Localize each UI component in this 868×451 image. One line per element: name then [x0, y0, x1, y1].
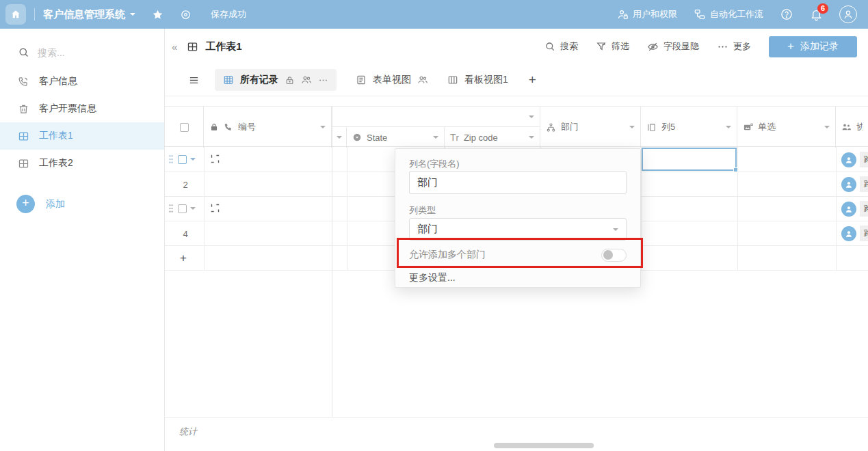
column-menu-caret[interactable] [529, 136, 534, 141]
funnel-icon [596, 41, 607, 52]
star-icon [152, 9, 163, 20]
filter-button[interactable]: 筛选 [596, 40, 629, 53]
drag-handle-icon[interactable] [168, 204, 174, 213]
add-record-button[interactable]: + 添加记录 [769, 36, 857, 57]
column-menu-caret[interactable] [629, 126, 635, 131]
sidebar-item-invoice-info[interactable]: 客户开票信息 [0, 95, 164, 122]
sheet-title: 工作表1 [205, 40, 241, 53]
automation-workflow-button[interactable]: 自动化工作流 [694, 8, 763, 20]
column-menu-caret[interactable] [433, 136, 438, 141]
view-list-icon[interactable] [188, 74, 200, 86]
multi-department-toggle[interactable] [601, 249, 627, 262]
kanban-view-icon [447, 74, 458, 85]
field-name-input[interactable] [409, 171, 627, 194]
users-permissions-button[interactable]: 用户和权限 [617, 8, 677, 20]
add-row-button[interactable]: + [180, 251, 187, 265]
column-header-single-select[interactable]: 单选 [737, 107, 836, 148]
sidebar-item-worksheet1[interactable]: 工作表1 [0, 122, 164, 150]
search-input[interactable] [38, 47, 140, 58]
search-records-button[interactable]: 搜索 [544, 40, 578, 53]
view-tab-label: 所有记录 [240, 74, 278, 86]
sidebar-add-button[interactable]: + 添加 [0, 195, 164, 213]
sheet-icon [18, 131, 29, 142]
people-icon [841, 122, 852, 133]
org-icon [546, 122, 556, 133]
row-checkbox[interactable] [178, 155, 187, 164]
row-handle-3 [168, 196, 196, 221]
collaborator-avatar [841, 152, 856, 167]
sidebar-search[interactable] [18, 46, 164, 58]
trash-icon [18, 103, 29, 115]
avatar-person-icon [844, 155, 854, 165]
collaborator-cell[interactable]: 路小 [841, 176, 868, 192]
form-view-icon [356, 74, 367, 85]
field-visibility-button[interactable]: 字段显隐 [647, 40, 699, 53]
sheet-icon [18, 158, 29, 169]
field-type-select[interactable]: 部门 [409, 218, 627, 241]
app-title: 客户信息管理系统 [43, 8, 125, 21]
view-tab-form[interactable]: 表单视图 [356, 74, 428, 86]
column-header-department[interactable]: 部门 [540, 107, 641, 148]
column-menu-caret[interactable] [726, 126, 731, 131]
collaborator-cell[interactable]: 路小 [841, 201, 868, 217]
collaborator-name: 路小 [860, 152, 868, 167]
column-menu-caret[interactable] [824, 126, 830, 131]
double-circle-icon [180, 9, 192, 20]
fill-handle[interactable] [733, 167, 738, 172]
help-button[interactable] [780, 8, 793, 21]
selected-cell[interactable] [642, 148, 737, 171]
sidebar-item-worksheet2[interactable]: 工作表2 [0, 150, 164, 177]
eye-slash-icon [647, 41, 659, 53]
tab-more-dots-icon[interactable] [318, 75, 328, 85]
search-icon [18, 46, 29, 58]
column-menu-caret[interactable] [529, 115, 534, 121]
column-group-header[interactable] [332, 107, 540, 127]
column-label: 单选 [758, 121, 776, 133]
more-settings-link[interactable]: 更多设置... [409, 272, 456, 284]
toggle-knob [603, 250, 613, 260]
view-tab-kanban[interactable]: 看板视图1 [447, 74, 508, 86]
sheet-toolbar: « 工作表1 搜索 筛选 字段显隐 更多 + 添加 [165, 29, 868, 64]
expand-record-icon[interactable] [210, 154, 220, 164]
collaborator-name: 路小 [860, 176, 868, 192]
add-view-button[interactable]: + [529, 72, 536, 87]
horizontal-scrollbar[interactable] [494, 443, 594, 448]
collaborator-cell[interactable]: 路小 [841, 152, 868, 167]
sidebar-item-customer-info[interactable]: 客户信息 [0, 68, 164, 95]
column-header-col5[interactable]: 列5 [641, 107, 737, 148]
column-header-collaborator[interactable]: 协作 [836, 107, 868, 148]
home-button[interactable] [5, 4, 26, 25]
column-header-zipcode[interactable]: Tr Zip code [445, 127, 540, 148]
user-avatar-button[interactable] [839, 5, 857, 23]
collapse-sidebar-icon[interactable]: « [172, 41, 176, 53]
sidebar: 客户信息 客户开票信息 工作表1 工作表2 + 添加 [0, 29, 165, 451]
views-bar: 所有记录 表单视图 看板视图1 + [165, 64, 868, 96]
record-history-button[interactable] [180, 9, 192, 20]
stats-label[interactable]: 统计 [179, 426, 197, 437]
column-header-collapsed[interactable] [332, 127, 347, 148]
collaborator-cell[interactable]: 路小 [841, 226, 868, 241]
app-title-menu[interactable]: 客户信息管理系统 [43, 8, 135, 21]
row-checkbox[interactable] [178, 204, 187, 213]
notification-badge: 6 [817, 3, 828, 14]
column-header-number[interactable]: 编号 [204, 107, 332, 148]
plus-icon: + [787, 40, 794, 53]
column-menu-caret[interactable] [320, 126, 326, 131]
header-select-all-cell[interactable] [165, 107, 204, 148]
select-all-checkbox[interactable] [180, 123, 189, 132]
more-label: 更多 [733, 40, 751, 53]
drag-handle-icon[interactable] [168, 154, 174, 164]
view-tab-all-records[interactable]: 所有记录 [215, 69, 337, 91]
column-header-state[interactable]: State [347, 127, 445, 148]
expand-record-icon[interactable] [210, 203, 220, 213]
favorite-star-button[interactable] [152, 9, 163, 20]
plus-circle-icon: + [16, 195, 35, 213]
row-number: 4 [172, 229, 199, 239]
more-button[interactable]: 更多 [717, 40, 751, 53]
row-menu-caret[interactable] [190, 158, 196, 163]
lock-icon [209, 122, 219, 132]
column-menu-caret[interactable] [337, 136, 342, 141]
notifications-button[interactable]: 6 [810, 8, 823, 21]
row-menu-caret[interactable] [190, 207, 196, 213]
column-label: 部门 [561, 121, 579, 133]
